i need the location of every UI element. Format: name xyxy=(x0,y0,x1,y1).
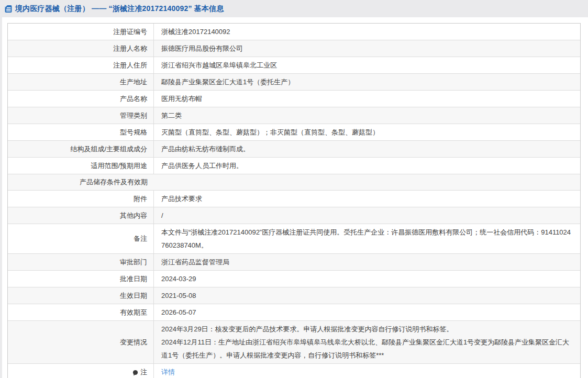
row-label-text: 批准日期 xyxy=(120,274,147,284)
lightbulb-icon xyxy=(132,370,139,377)
page-edge-strip xyxy=(0,17,2,378)
row-label: 适用范围/预期用途 xyxy=(8,158,154,174)
row-label-text: 注册人名称 xyxy=(113,43,147,54)
row-value: 2024年3月29日：核发变更后的产品技术要求。申请人根据批准变更内容自行修订说… xyxy=(154,321,580,363)
row-label: 注册人名称 xyxy=(8,40,154,57)
row-label-text: 生产地址 xyxy=(120,77,147,87)
row-label: 备注 xyxy=(8,224,154,253)
table-row: 审批部门浙江省药品监督管理局 xyxy=(8,253,580,270)
value-line: 2024年3月29日：核发变更后的产品技术要求。申请人根据批准变更内容自行修订说… xyxy=(161,323,453,336)
table-row: 有效期至2026-05-07 xyxy=(8,304,580,320)
row-value: 详情 xyxy=(154,364,580,378)
row-label: 批准日期 xyxy=(8,271,154,287)
row-label: 管理类别 xyxy=(8,107,154,124)
row-label-text: 型号规格 xyxy=(120,127,147,138)
row-label-text: 备注 xyxy=(134,234,147,244)
table-row: 产品名称医用无纺布帽 xyxy=(8,90,580,107)
row-value xyxy=(154,174,580,190)
table-row: 注册证编号浙械注准20172140092 xyxy=(8,24,580,40)
row-label: 注册证编号 xyxy=(8,24,154,40)
row-value: 浙江省绍兴市越城区皋埠镇皋北工业区 xyxy=(154,57,580,73)
row-label-text: 有效期至 xyxy=(120,307,147,318)
table-row: 结构及组成/主要组成成分产品由纺粘无纺布缝制而成。 xyxy=(8,140,580,157)
table-row: 批准日期2024-03-29 xyxy=(8,270,580,287)
table-row: 型号规格灭菌型（直筒型、条型、蘑菇型）；非灭菌型（直筒型、条型、蘑菇型） xyxy=(8,124,580,140)
row-value: 医用无纺布帽 xyxy=(154,91,580,107)
info-table-body: 注册证编号浙械注准20172140092注册人名称振德医疗用品股份有限公司注册人… xyxy=(8,24,580,378)
table-row: 管理类别第二类 xyxy=(8,107,580,124)
row-label-text: 注册证编号 xyxy=(113,27,147,37)
row-label-text: 结构及组成/主要组成成分 xyxy=(70,144,147,154)
table-row: 生产地址鄢陵县产业集聚区金汇大道1号（委托生产） xyxy=(8,73,580,90)
document-icon xyxy=(4,5,13,13)
row-label-text: 变更情况 xyxy=(120,337,147,348)
row-value: / xyxy=(154,207,580,224)
row-label: 有效期至 xyxy=(8,304,154,320)
table-row: 变更情况2024年3月29日：核发变更后的产品技术要求。申请人根据批准变更内容自… xyxy=(8,320,580,363)
row-value: 产品由纺粘无纺布缝制而成。 xyxy=(154,141,580,157)
row-label-text: 注册人住所 xyxy=(113,60,147,71)
row-label: 附件 xyxy=(8,191,154,207)
row-label-text: 适用范围/预期用途 xyxy=(91,161,147,171)
page-header: 境内医疗器械（注册） —— “浙械注准20172140092” 基本信息 xyxy=(0,0,588,17)
row-label-text: 其他内容 xyxy=(120,210,147,221)
row-value: 浙械注准20172140092 xyxy=(154,24,580,40)
row-value: 2024-03-29 xyxy=(154,271,580,287)
row-label-text: 产品储存条件及有效期 xyxy=(80,177,148,187)
table-row: 其他内容/ xyxy=(8,207,580,224)
row-value: 2021-05-08 xyxy=(154,287,580,304)
row-label-text: 注 xyxy=(140,367,147,377)
row-label-text: 产品名称 xyxy=(120,94,147,104)
row-label-text: 审批部门 xyxy=(120,257,147,268)
table-row: 注册人住所浙江省绍兴市越城区皋埠镇皋北工业区 xyxy=(8,57,580,73)
row-label: 结构及组成/主要组成成分 xyxy=(8,141,154,157)
table-row: 附件产品技术要求 xyxy=(8,190,580,207)
row-value: 浙江省药品监督管理局 xyxy=(154,254,580,270)
row-value: 灭菌型（直筒型、条型、蘑菇型）；非灭菌型（直筒型、条型、蘑菇型） xyxy=(154,124,580,140)
row-label: 变更情况 xyxy=(8,321,154,363)
value-line: 2024年12月11日：生产地址由浙江省绍兴市皋埠镇皋马线皋北大桥以北、鄢陵县产… xyxy=(161,336,573,362)
row-label: 产品储存条件及有效期 xyxy=(8,174,154,190)
row-label-text: 附件 xyxy=(134,194,147,204)
table-row: 生效日期2021-05-08 xyxy=(8,287,580,304)
table-row: 备注本文件与“浙械注准20172140092”医疗器械注册证共同使用。受托生产企… xyxy=(8,224,580,253)
detail-link[interactable]: 详情 xyxy=(161,365,175,378)
row-value: 鄢陵县产业集聚区金汇大道1号（委托生产） xyxy=(154,74,580,90)
row-label: 产品名称 xyxy=(8,91,154,107)
row-label: 注册人住所 xyxy=(8,57,154,73)
row-label-text: 生效日期 xyxy=(120,291,147,301)
page-title: 境内医疗器械（注册） —— “浙械注准20172140092” 基本信息 xyxy=(15,4,224,14)
row-label: 其他内容 xyxy=(8,207,154,224)
row-label: 生效日期 xyxy=(8,287,154,304)
row-label: 型号规格 xyxy=(8,124,154,140)
table-row: 注册人名称振德医疗用品股份有限公司 xyxy=(8,40,580,57)
table-row: 产品储存条件及有效期 xyxy=(8,174,580,190)
row-label-text: 管理类别 xyxy=(120,110,147,121)
table-row: 适用范围/预期用途产品供医务人员工作时用。 xyxy=(8,157,580,174)
row-value: 产品技术要求 xyxy=(154,191,580,207)
row-value: 本文件与“浙械注准20172140092”医疗器械注册证共同使用。受托生产企业：… xyxy=(154,224,580,253)
row-value: 2026-05-07 xyxy=(154,304,580,320)
row-label: 审批部门 xyxy=(8,254,154,270)
registration-info-table: 注册证编号浙械注准20172140092注册人名称振德医疗用品股份有限公司注册人… xyxy=(7,23,581,378)
row-label: 生产地址 xyxy=(8,74,154,90)
row-value: 产品供医务人员工作时用。 xyxy=(154,158,580,174)
table-row: 注详情 xyxy=(8,363,580,378)
row-value: 第二类 xyxy=(154,107,580,124)
row-label: 注 xyxy=(8,364,154,378)
row-value: 振德医疗用品股份有限公司 xyxy=(154,40,580,57)
